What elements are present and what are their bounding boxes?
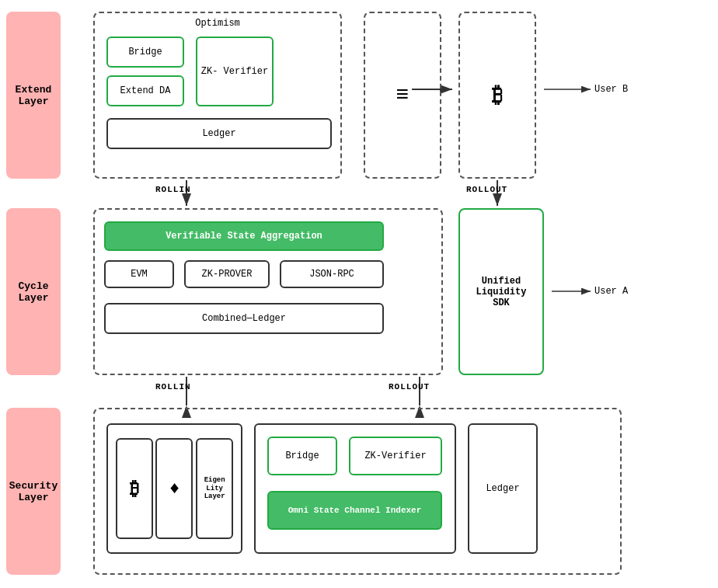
extend-main-box: Optimism Bridge Extend DA ZK- Verifier L… — [93, 12, 342, 179]
omni-state-box: Omni State Channel Indexer — [267, 491, 442, 530]
evm-box: EVM — [104, 260, 174, 288]
optimism-title: Optimism — [95, 18, 340, 29]
cycle-main-box: Verifiable State Aggregation EVM ZK-PROV… — [93, 208, 443, 375]
verifiable-state-box: Verifiable State Aggregation — [104, 221, 384, 251]
cycle-layer-label: Cycle Layer — [6, 208, 61, 375]
ledger-extend: Ledger — [106, 118, 332, 149]
zk-prover-box: ZK-PROVER — [184, 260, 270, 288]
security-main-box: ₿ ♦ Eigen Lity Layer Bridge ZK-Verifier … — [93, 408, 622, 575]
rollout-label-cycle: ROLLOUT — [389, 382, 430, 391]
zk-verifier-extend: ZK- Verifier — [196, 37, 274, 106]
bridge-security: Bridge — [267, 437, 337, 475]
btc-symbol-extend: ₿ — [492, 82, 503, 109]
btc-icon-security: ₿ — [116, 438, 153, 539]
eigen-icon-security: Eigen Lity Layer — [196, 438, 233, 539]
zk-verifier-security: ZK-Verifier — [349, 437, 442, 475]
rollout-label-extend: ROLLOUT — [466, 185, 507, 194]
security-layer-label: Security Layer — [6, 408, 61, 575]
user-a-label: User A — [594, 286, 628, 297]
equiv-symbol: ≡ — [396, 83, 410, 107]
bridge-zk-group: Bridge ZK-Verifier Omni State Channel In… — [254, 423, 456, 554]
diagram-container: Extend Layer Cycle Layer Security Layer … — [0, 0, 718, 588]
eth-icon-security: ♦ — [155, 438, 193, 539]
rollin-label-cycle: ROLLIN — [155, 382, 191, 391]
bridge-box-extend: Bridge — [106, 37, 184, 68]
combined-ledger-box: Combined—Ledger — [104, 303, 384, 334]
json-rpc-box: JSON-RPC — [280, 260, 384, 288]
rollin-label-extend: ROLLIN — [155, 185, 191, 194]
extend-right2-box: ₿ — [458, 12, 536, 179]
user-b-label: User B — [594, 84, 628, 95]
unified-liquidity-box: Unified Liquidity SDK — [458, 208, 544, 375]
extend-da-box: Extend DA — [106, 75, 184, 106]
crypto-icons-group: ₿ ♦ Eigen Lity Layer — [106, 423, 242, 554]
extend-right1-box: ≡ — [364, 12, 441, 179]
extend-layer-label: Extend Layer — [6, 12, 61, 179]
ledger-security: Ledger — [468, 423, 538, 554]
